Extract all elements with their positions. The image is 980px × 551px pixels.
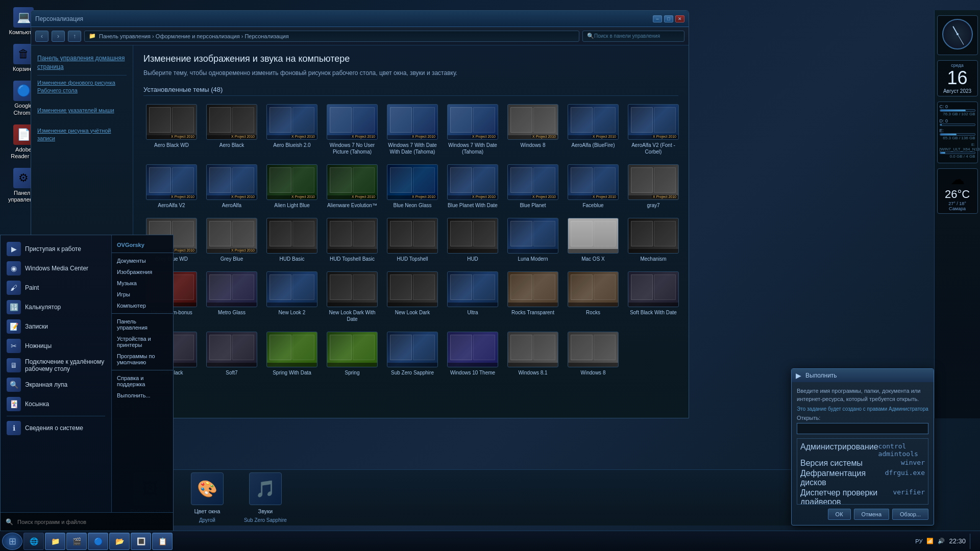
- menu-item-calc[interactable]: 🔢 Калькулятор: [1, 297, 111, 317]
- theme-item-34[interactable]: Rocks: [565, 269, 621, 324]
- start-menu-games[interactable]: Игры: [112, 289, 173, 300]
- bottom-sounds[interactable]: 🎵 Звуки Sub Zero Sapphire: [244, 472, 287, 523]
- start-menu-run[interactable]: Выполнить...: [112, 390, 173, 401]
- theme-item-11[interactable]: X Project 2010 Alien Light Blue: [264, 162, 320, 211]
- taskbar-item3[interactable]: 📋: [152, 533, 173, 550]
- title-bar: Персонализация – □ ✕: [31, 11, 689, 27]
- start-menu-docs[interactable]: Документы: [112, 255, 173, 266]
- taskbar-chrome[interactable]: 🔵: [88, 533, 108, 550]
- theme-item-42[interactable]: Windows 8.1: [505, 330, 561, 378]
- taskbar-media[interactable]: 🎬: [66, 533, 87, 550]
- address-bar[interactable]: 📁 Панель управления › Оформление и персо…: [84, 31, 579, 42]
- run-browse-button[interactable]: Обзор...: [892, 509, 928, 520]
- thumb-taskbar-37: [207, 363, 257, 367]
- theme-item-40[interactable]: Sub Zero Sapphire: [384, 330, 440, 378]
- theme-item-13[interactable]: X Project 2010 Blue Neon Glass: [384, 162, 440, 211]
- theme-item-25[interactable]: Mac OS X: [565, 216, 621, 264]
- menu-item-notes[interactable]: 📝 Записки: [1, 317, 111, 336]
- menu-item-paint[interactable]: 🖌 Paint: [1, 278, 111, 297]
- theme-item-10[interactable]: X Project 2010 AeroAlfa: [204, 162, 260, 211]
- theme-item-38[interactable]: Spring With Data: [264, 330, 320, 378]
- theme-item-19[interactable]: X Project 2010 Grey Blue: [204, 216, 260, 264]
- theme-name-23: HUD: [467, 256, 478, 262]
- theme-item-14[interactable]: X Project 2010 Blue Planet With Date: [445, 162, 501, 211]
- minimize-button[interactable]: –: [653, 15, 662, 22]
- start-menu-devices[interactable]: Устройства и принтеры: [112, 333, 173, 350]
- start-menu-help[interactable]: Справка и поддержка: [112, 372, 173, 390]
- up-button[interactable]: ↑: [68, 31, 81, 42]
- bottom-color[interactable]: 🎨 Цвет окна Другой: [191, 472, 224, 523]
- sidebar-link-mouse[interactable]: Изменение указателей мыши: [37, 105, 127, 116]
- search-bar[interactable]: 🔍 Поиск в панели управления: [582, 31, 684, 42]
- theme-item-8[interactable]: X Project 2010 AeroAlfa V2 (Font - Corbe…: [625, 102, 681, 157]
- theme-item-2[interactable]: X Project 2010 Aero Blueish 2.0: [264, 102, 320, 157]
- taskbar-ie[interactable]: 🌐: [23, 533, 44, 550]
- menu-item-solitaire[interactable]: 🃏 Косынка: [1, 394, 111, 414]
- start-menu-panel[interactable]: Панель управления: [112, 316, 173, 333]
- theme-item-30[interactable]: New Look Dark With Date: [324, 269, 380, 324]
- sidebar-link-account[interactable]: Изменение рисунка учётной записи: [37, 126, 127, 144]
- theme-item-33[interactable]: Rocks Transparent: [505, 269, 561, 324]
- start-menu-music[interactable]: Музыка: [112, 278, 173, 289]
- sidebar-home-link[interactable]: Панель управления домашняя страница: [37, 53, 127, 73]
- theme-item-7[interactable]: X Project 2010 AeroAlfa (BlueFire): [565, 102, 621, 157]
- start-menu: ▶ Приступая к работе ◉ Windows Media Cen…: [0, 235, 174, 531]
- start-menu-images[interactable]: Изображения: [112, 266, 173, 278]
- back-button[interactable]: ‹: [35, 31, 48, 42]
- menu-item-magnifier[interactable]: 🔍 Экранная лупа: [1, 375, 111, 394]
- thumb-taskbar-33: [508, 303, 558, 307]
- taskbar-item2[interactable]: 🔳: [131, 533, 151, 550]
- theme-item-1[interactable]: X Project 2010 Aero Black: [204, 102, 260, 157]
- menu-item-wmc[interactable]: ◉ Windows Media Center: [1, 259, 111, 278]
- weather-city: Самара: [940, 206, 975, 211]
- menu-item-rdp[interactable]: 🖥 Подключение к удалённому рабочему стол…: [1, 356, 111, 375]
- theme-item-39[interactable]: Spring: [324, 330, 380, 378]
- theme-thumb-32: [447, 271, 498, 307]
- theme-item-31[interactable]: New Look Dark: [384, 269, 440, 324]
- start-menu-computer[interactable]: Компьютер: [112, 300, 173, 311]
- theme-item-24[interactable]: Luna Modern: [505, 216, 561, 264]
- taskbar-folder2[interactable]: 📂: [109, 533, 130, 550]
- theme-item-4[interactable]: X Project 2010 Windows 7 With Date With …: [384, 102, 440, 157]
- theme-item-15[interactable]: X Project 2010 Blue Planet: [505, 162, 561, 211]
- menu-item-start[interactable]: ▶ Приступая к работе: [1, 239, 111, 259]
- start-menu-defaults[interactable]: Программы по умолчанию: [112, 350, 173, 368]
- start-search-input[interactable]: [17, 519, 168, 525]
- forward-button[interactable]: ›: [52, 31, 65, 42]
- sidebar-link-wallpaper[interactable]: Изменение фонового рисунка Рабочего стол…: [37, 78, 127, 96]
- theme-item-37[interactable]: Soft7: [204, 330, 260, 378]
- menu-item-scissors[interactable]: ✂ Ножницы: [1, 336, 111, 356]
- theme-item-6[interactable]: X Project 2010 Windows 8: [505, 102, 561, 157]
- taskbar-explorer[interactable]: 📁: [45, 533, 65, 550]
- theme-item-32[interactable]: Ultra: [445, 269, 501, 324]
- theme-item-12[interactable]: X Project 2010 Alienware Evolution™: [324, 162, 380, 211]
- theme-item-16[interactable]: X Project 2010 Faceblue: [565, 162, 621, 211]
- start-button[interactable]: ⊞: [2, 533, 22, 550]
- drive-win-fill: [940, 152, 945, 154]
- theme-item-43[interactable]: Windows 8: [565, 330, 621, 378]
- theme-item-22[interactable]: HUD Topshell: [384, 216, 440, 264]
- theme-item-5[interactable]: X Project 2010 Windows 7 With Date (Taho…: [445, 102, 501, 157]
- run-input[interactable]: [797, 423, 928, 434]
- theme-item-17[interactable]: X Project 2010 gray7: [625, 162, 681, 211]
- run-ok-button[interactable]: ОК: [828, 509, 851, 520]
- theme-item-26[interactable]: Mechanism: [625, 216, 681, 264]
- thumb-desktop-22: [387, 218, 437, 249]
- theme-item-35[interactable]: Soft Black With Date: [625, 269, 681, 324]
- tray-show-desktop[interactable]: [970, 534, 974, 549]
- theme-item-9[interactable]: X Project 2010 AeroAlfa V2: [143, 162, 200, 211]
- close-button[interactable]: ✕: [675, 15, 684, 22]
- theme-item-29[interactable]: New Look 2: [264, 269, 320, 324]
- menu-item-sysinfo[interactable]: ℹ Сведения о системе: [1, 418, 111, 438]
- theme-thumb-14: X Project 2010: [447, 164, 498, 200]
- theme-item-28[interactable]: Metro Glass: [204, 269, 260, 324]
- tray-volume-icon: 🔊: [938, 538, 945, 544]
- theme-item-0[interactable]: X Project 2010 Aero Black WD: [143, 102, 200, 157]
- theme-item-21[interactable]: HUD Topshell Basic: [324, 216, 380, 264]
- run-cancel-button[interactable]: Отмена: [854, 509, 889, 520]
- theme-item-3[interactable]: X Project 2010 Windows 7 No User Picture…: [324, 102, 380, 157]
- theme-item-23[interactable]: HUD: [445, 216, 501, 264]
- maximize-button[interactable]: □: [664, 15, 673, 22]
- theme-item-41[interactable]: Windows 10 Theme: [445, 330, 501, 378]
- theme-item-20[interactable]: HUD Basic: [264, 216, 320, 264]
